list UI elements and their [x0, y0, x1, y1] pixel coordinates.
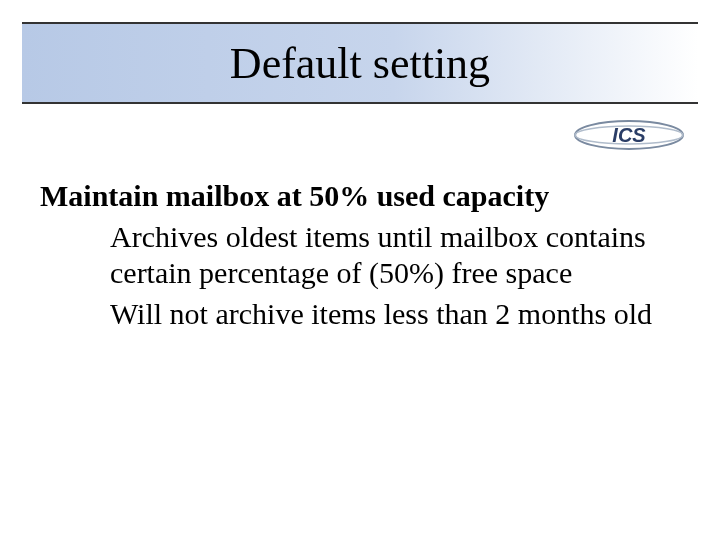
ics-logo: ICS [574, 118, 684, 152]
slide: Default setting ICS Maintain mailbox at … [0, 0, 720, 540]
slide-title: Default setting [230, 38, 490, 89]
body-point: Archives oldest items until mailbox cont… [110, 219, 660, 292]
logo-text: ICS [612, 124, 646, 146]
rule-bottom [22, 102, 698, 104]
body-text: Maintain mailbox at 50% used capacity Ar… [40, 178, 660, 332]
body-point: Will not archive items less than 2 month… [110, 296, 660, 333]
body-heading: Maintain mailbox at 50% used capacity [62, 178, 660, 215]
logo-icon: ICS [574, 118, 684, 152]
title-bar: Default setting [22, 24, 698, 102]
